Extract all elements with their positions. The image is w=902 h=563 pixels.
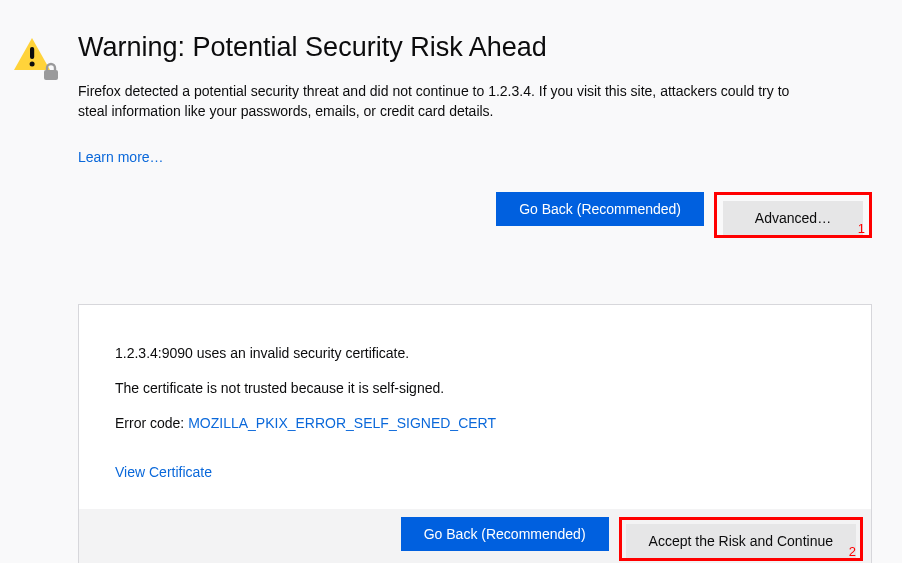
- svg-point-1: [30, 62, 35, 67]
- page-title: Warning: Potential Security Risk Ahead: [78, 30, 872, 65]
- annotation-box-2: Accept the Risk and Continue 2: [619, 517, 863, 561]
- error-code-line: Error code: MOZILLA_PKIX_ERROR_SELF_SIGN…: [115, 413, 835, 434]
- annotation-box-1: Advanced… 1: [714, 192, 872, 238]
- error-code-link[interactable]: MOZILLA_PKIX_ERROR_SELF_SIGNED_CERT: [188, 415, 496, 431]
- advanced-button[interactable]: Advanced…: [723, 201, 863, 235]
- go-back-button[interactable]: Go Back (Recommended): [496, 192, 704, 226]
- go-back-button-2[interactable]: Go Back (Recommended): [401, 517, 609, 551]
- advanced-details-panel: 1.2.3.4:9090 uses an invalid security ce…: [78, 304, 872, 563]
- accept-risk-button[interactable]: Accept the Risk and Continue: [626, 524, 856, 558]
- invalid-cert-message: 1.2.3.4:9090 uses an invalid security ce…: [115, 343, 835, 364]
- view-certificate-link[interactable]: View Certificate: [115, 462, 212, 483]
- annotation-number-1: 1: [858, 222, 865, 235]
- learn-more-link[interactable]: Learn more…: [78, 149, 164, 165]
- warning-description: Firefox detected a potential security th…: [78, 81, 798, 122]
- annotation-number-2: 2: [849, 545, 856, 558]
- cert-reason: The certificate is not trusted because i…: [115, 378, 835, 399]
- svg-rect-2: [44, 70, 58, 80]
- main-content: Warning: Potential Security Risk Ahead F…: [78, 30, 872, 563]
- svg-rect-0: [30, 47, 34, 59]
- warning-lock-icon: [10, 34, 60, 84]
